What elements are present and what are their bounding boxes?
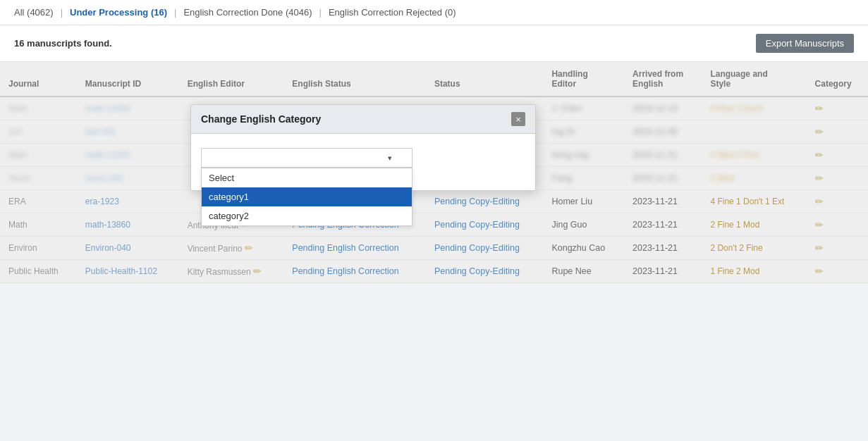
modal-overlay: Change English Category × ▾ Selectcatego…: [0, 62, 868, 283]
modal-close-button[interactable]: ×: [511, 112, 525, 126]
separator-2: |: [174, 7, 176, 18]
dropdown-item[interactable]: category1: [202, 187, 412, 206]
dropdown-item[interactable]: category2: [202, 206, 412, 225]
export-manuscripts-button[interactable]: Export Manuscripts: [756, 34, 854, 53]
dropdown-display[interactable]: ▾: [201, 148, 412, 168]
separator-3: |: [319, 7, 322, 18]
table-container: Journal Manuscript ID English Editor Eng…: [0, 62, 868, 283]
change-category-modal: Change English Category × ▾ Selectcatego…: [190, 104, 536, 191]
dropdown-item[interactable]: Select: [202, 168, 412, 187]
sub-header: 16 manuscripts found. Export Manuscripts: [0, 25, 868, 62]
correction-done-filter[interactable]: English Correction Done (4046): [183, 7, 312, 18]
modal-header: Change English Category ×: [191, 105, 535, 134]
dropdown-container: ▾ Selectcategory1category2: [201, 148, 412, 168]
modal-title: Change English Category: [201, 113, 321, 125]
separator-1: |: [61, 7, 63, 18]
modal-body: ▾ Selectcategory1category2: [191, 134, 535, 190]
chevron-down-icon: ▾: [388, 154, 392, 163]
all-filter[interactable]: All (4062): [14, 7, 54, 18]
dropdown-list[interactable]: Selectcategory1category2: [201, 168, 412, 226]
manuscript-count: 16 manuscripts found.: [14, 38, 112, 49]
top-bar: All (4062) | Under Processing (16) | Eng…: [0, 0, 868, 25]
correction-rejected-filter[interactable]: English Correction Rejected (0): [329, 7, 456, 18]
under-processing-filter[interactable]: Under Processing (16): [70, 7, 167, 18]
